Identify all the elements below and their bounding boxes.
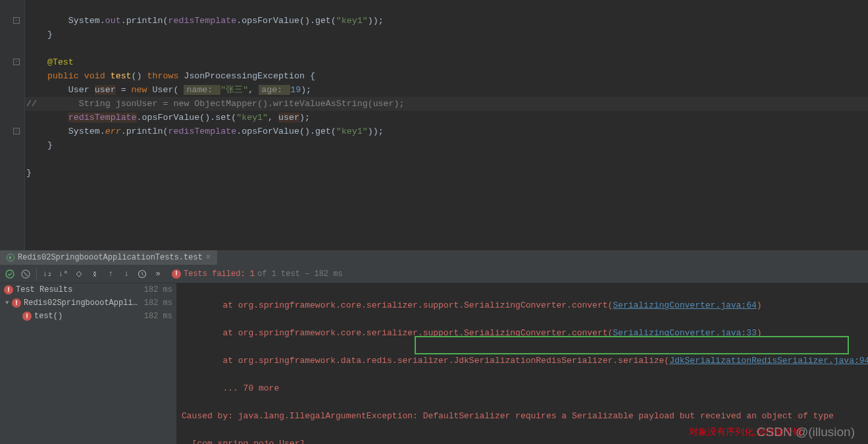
show-ignored-icon[interactable] <box>18 267 33 281</box>
fail-dot-icon: ! <box>12 298 21 308</box>
code-editor[interactable]: - - - System.out.println(redisTemplate.o… <box>0 0 868 250</box>
console-output[interactable]: at org.springframework.core.serializer.s… <box>176 283 868 444</box>
fail-dot-icon: ! <box>172 269 181 279</box>
chevron-down-icon[interactable]: ▼ <box>5 300 12 306</box>
test-status: ! Tests failed: 1 of 1 test – 182 ms <box>172 269 343 279</box>
run-tab[interactable]: Redis02SpringboootApplicationTests.test … <box>0 250 217 265</box>
run-icon <box>7 254 14 262</box>
watermark: CSDN @(illusion) <box>757 425 855 439</box>
test-tree[interactable]: ! Test Results 182 ms ▼ ! Redis02Springb… <box>0 283 176 444</box>
run-tool-window: Redis02SpringboootApplicationTests.test … <box>0 250 868 444</box>
tree-item[interactable]: ! test() 182 ms <box>0 310 176 323</box>
fail-dot-icon: ! <box>4 285 13 294</box>
stack-link[interactable]: SerializingConverter.java:64 <box>613 300 756 310</box>
next-fail-icon[interactable]: ↓ <box>119 267 134 281</box>
history-icon[interactable] <box>135 267 149 281</box>
tree-root[interactable]: ! Test Results 182 ms <box>0 283 176 296</box>
stack-link[interactable]: JdkSerializationRedisSerializer.java:94 <box>669 356 868 366</box>
sort-icon[interactable]: ↓₂ <box>40 267 55 281</box>
tree-item[interactable]: ▼ ! Redis02SpringboootApplication 182 ms <box>0 296 176 310</box>
test-toolbar: ↓₂ ↓ᵃ ↑ ↓ » ! Tests failed: 1 of 1 test … <box>0 265 868 283</box>
editor-gutter: - - - <box>0 0 25 250</box>
status-sub: of 1 test – 182 ms <box>257 269 343 279</box>
svg-line-2 <box>24 272 28 276</box>
sort-alpha-icon[interactable]: ↓ᵃ <box>56 267 70 281</box>
fail-dot-icon: ! <box>22 312 32 321</box>
fold-icon[interactable]: - <box>13 128 20 134</box>
panel-tabs: Redis02SpringboootApplicationTests.test … <box>0 250 868 265</box>
code-content[interactable]: System.out.println(redisTemplate.opsForV… <box>26 0 405 194</box>
show-passed-icon[interactable] <box>3 267 17 281</box>
expand-icon[interactable] <box>72 267 86 281</box>
fold-icon[interactable]: - <box>13 17 20 24</box>
close-icon[interactable]: × <box>206 253 211 262</box>
collapse-icon[interactable] <box>88 267 102 281</box>
stack-link[interactable]: SerializingConverter.java:33 <box>613 328 756 338</box>
fold-icon[interactable]: - <box>13 59 20 65</box>
prev-fail-icon[interactable]: ↑ <box>103 267 118 281</box>
status-label: Tests failed: 1 <box>184 269 255 279</box>
more-icon[interactable]: » <box>151 267 165 281</box>
tab-label: Redis02SpringboootApplicationTests.test <box>18 253 203 262</box>
